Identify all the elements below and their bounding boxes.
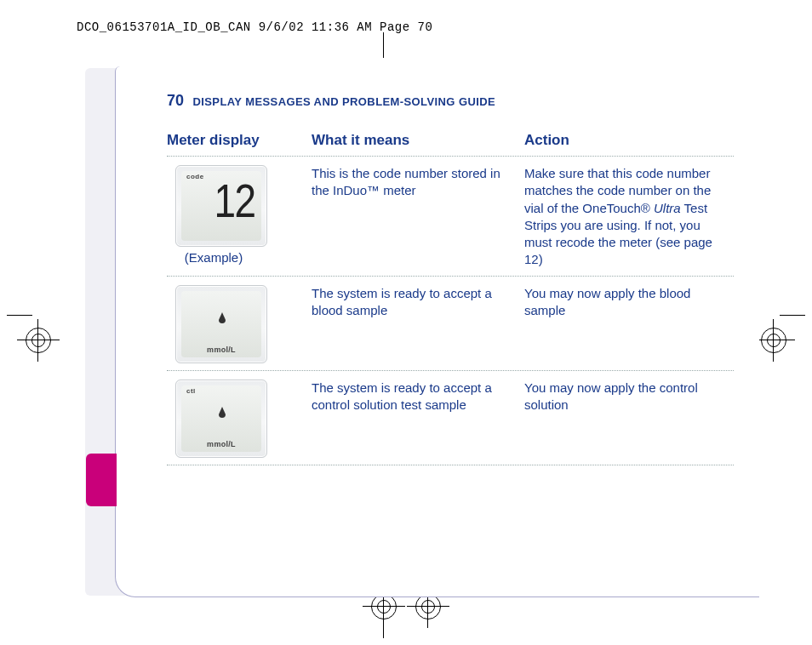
page-body: 70 DISPLAY MESSAGES AND PROBLEM-SOLVING …	[115, 66, 759, 597]
page-number: 70	[167, 92, 184, 109]
meter-display-blood-ready: mmol/L	[175, 285, 267, 363]
divider	[167, 156, 734, 157]
table-row: ctl mmol/L The system is ready to accept…	[167, 380, 734, 458]
meter-display-control-ready: ctl mmol/L	[175, 380, 267, 458]
meaning-cell: The system is ready to accept a blood sa…	[312, 285, 524, 363]
crop-mark-left	[7, 306, 66, 325]
registration-target-left	[26, 328, 51, 353]
meter-units-label: mmol/L	[176, 345, 266, 354]
col-header-meaning: What it means	[312, 132, 524, 149]
table-row: code 12 (Example) This is the code numbe…	[167, 165, 734, 269]
section-title: DISPLAY MESSAGES AND PROBLEM-SOLVING GUI…	[192, 95, 495, 108]
table-row: mmol/L The system is ready to accept a b…	[167, 285, 734, 363]
blood-drop-icon	[215, 311, 229, 333]
section-heading: 70 DISPLAY MESSAGES AND PROBLEM-SOLVING …	[167, 92, 734, 110]
action-cell: You may now apply the control solution	[524, 380, 734, 458]
divider	[167, 370, 734, 371]
section-color-tab	[86, 454, 117, 506]
table-header-row: Meter display What it means Action	[167, 132, 734, 149]
col-header-display: Meter display	[167, 132, 312, 149]
content-area: 70 DISPLAY MESSAGES AND PROBLEM-SOLVING …	[167, 92, 734, 579]
divider	[167, 276, 734, 277]
registration-target-right	[761, 328, 786, 353]
meter-units-label: mmol/L	[176, 440, 266, 448]
action-cell: You may now apply the blood sample	[524, 285, 734, 363]
blood-drop-icon	[215, 406, 229, 427]
meter-display-code: code 12	[175, 165, 267, 247]
col-header-action: Action	[524, 132, 734, 149]
meter-code-label: code	[186, 173, 204, 180]
display-cell: mmol/L	[167, 285, 312, 363]
action-cell: Make sure that this code number matches …	[524, 165, 734, 269]
scanned-manual-page: DCO_06153701A_ID_OB_CAN 9/6/02 11:36 AM …	[0, 0, 812, 645]
display-caption: (Example)	[167, 250, 260, 265]
display-cell: code 12 (Example)	[167, 165, 312, 269]
action-text-italic: Ultra	[654, 201, 681, 215]
meter-code-number: 12	[214, 173, 254, 228]
meaning-cell: The system is ready to accept a control …	[312, 380, 524, 458]
registration-target-bottom-b	[415, 594, 441, 619]
display-cell: ctl mmol/L	[167, 380, 312, 458]
meter-ctl-label: ctl	[186, 387, 196, 395]
page-background: 70 DISPLAY MESSAGES AND PROBLEM-SOLVING …	[85, 68, 758, 596]
registration-target-bottom-a	[371, 594, 397, 619]
divider	[167, 465, 734, 465]
meaning-cell: This is the code number stored in the In…	[312, 165, 524, 269]
